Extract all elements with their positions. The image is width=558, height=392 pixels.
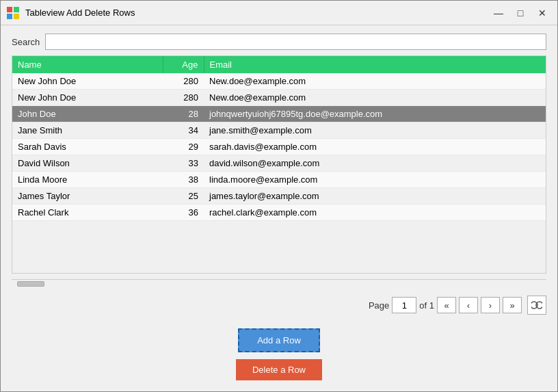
table-row[interactable]: Sarah Davis29sarah.davis@example.com xyxy=(12,139,546,155)
search-label: Search xyxy=(12,37,40,47)
window-title: Tableview Add Delete Rows xyxy=(25,8,489,18)
main-window: Tableview Add Delete Rows — □ ✕ Search xyxy=(0,0,558,392)
page-input[interactable] xyxy=(392,297,416,313)
cell-age: 33 xyxy=(163,155,204,172)
svg-rect-0 xyxy=(7,7,12,12)
cell-name: New John Doe xyxy=(12,73,163,90)
cell-email: david.wilson@example.com xyxy=(204,155,546,172)
cell-age: 36 xyxy=(163,205,204,221)
table-row[interactable]: New John Doe280New.doe@example.com xyxy=(12,73,546,90)
close-button[interactable]: ✕ xyxy=(533,6,552,20)
cell-age: 38 xyxy=(163,172,204,188)
col-header-name: Name xyxy=(12,56,163,73)
table-row[interactable]: New John Doe280New.doe@example.com xyxy=(12,90,546,106)
next-page-button[interactable]: › xyxy=(481,297,500,313)
page-label: Page xyxy=(369,300,389,311)
table-row[interactable]: James Taylor25james.taylor@example.com xyxy=(12,188,546,205)
cell-email: james.taylor@example.com xyxy=(204,188,546,205)
table-body: New John Doe280New.doe@example.comNew Jo… xyxy=(12,73,546,221)
col-header-email: Email xyxy=(204,56,546,73)
cell-age: 280 xyxy=(163,73,204,90)
table-row[interactable]: Jane Smith34jane.smith@example.com xyxy=(12,122,546,139)
maximize-button[interactable]: □ xyxy=(511,6,530,20)
cell-email: rachel.clark@example.com xyxy=(204,205,546,221)
scrollbar-track[interactable] xyxy=(12,280,546,288)
cell-name: Jane Smith xyxy=(12,122,163,139)
content-area: Search Name Age Email xyxy=(1,25,557,391)
table-scroll[interactable]: Name Age Email New John Doe280New.doe@ex… xyxy=(12,56,546,273)
cell-age: 34 xyxy=(163,122,204,139)
window-controls: — □ ✕ xyxy=(489,6,552,20)
add-row-button[interactable]: Add a Row xyxy=(238,328,320,352)
search-row: Search xyxy=(12,34,546,50)
prev-page-button[interactable]: ‹ xyxy=(459,297,478,313)
buttons-row: Add a Row Delete a Row xyxy=(12,323,546,383)
search-input[interactable] xyxy=(45,34,546,50)
table-container: Name Age Email New John Doe280New.doe@ex… xyxy=(12,55,546,274)
cell-age: 28 xyxy=(163,106,204,122)
cell-email: linda.moore@example.com xyxy=(204,172,546,188)
cell-age: 280 xyxy=(163,90,204,106)
svg-rect-3 xyxy=(14,14,19,19)
cell-email: New.doe@example.com xyxy=(204,73,546,90)
svg-rect-2 xyxy=(7,14,12,19)
cell-name: David Wilson xyxy=(12,155,163,172)
resize-icon[interactable] xyxy=(527,296,546,315)
app-icon xyxy=(6,6,20,20)
cell-name: Rachel Clark xyxy=(12,205,163,221)
cell-age: 25 xyxy=(163,188,204,205)
of-label: of 1 xyxy=(419,300,434,311)
last-page-button[interactable]: » xyxy=(503,297,522,313)
titlebar: Tableview Add Delete Rows — □ ✕ xyxy=(1,1,557,25)
svg-rect-1 xyxy=(14,7,19,12)
first-page-button[interactable]: « xyxy=(437,297,456,313)
cell-age: 29 xyxy=(163,139,204,155)
scrollbar-thumb[interactable] xyxy=(17,281,44,287)
cell-email: sarah.davis@example.com xyxy=(204,139,546,155)
data-table: Name Age Email New John Doe280New.doe@ex… xyxy=(12,56,546,221)
table-header: Name Age Email xyxy=(12,56,546,73)
cell-email: jane.smith@example.com xyxy=(204,122,546,139)
cell-name: New John Doe xyxy=(12,90,163,106)
minimize-button[interactable]: — xyxy=(489,6,508,20)
horizontal-scrollbar[interactable] xyxy=(12,279,546,287)
table-row[interactable]: John Doe28johnqwertyuiohj67895tg.doe@exa… xyxy=(12,106,546,122)
table-row[interactable]: Rachel Clark36rachel.clark@example.com xyxy=(12,205,546,221)
table-row[interactable]: Linda Moore38linda.moore@example.com xyxy=(12,172,546,188)
cell-name: Linda Moore xyxy=(12,172,163,188)
pagination-row: Page of 1 « ‹ › » xyxy=(12,293,546,317)
cell-name: James Taylor xyxy=(12,188,163,205)
table-row[interactable]: David Wilson33david.wilson@example.com xyxy=(12,155,546,172)
cell-name: John Doe xyxy=(12,106,163,122)
cell-email: johnqwertyuiohj67895tg.doe@example.com xyxy=(204,106,546,122)
cell-name: Sarah Davis xyxy=(12,139,163,155)
cell-email: New.doe@example.com xyxy=(204,90,546,106)
col-header-age: Age xyxy=(163,56,204,73)
delete-row-button[interactable]: Delete a Row xyxy=(236,359,322,380)
